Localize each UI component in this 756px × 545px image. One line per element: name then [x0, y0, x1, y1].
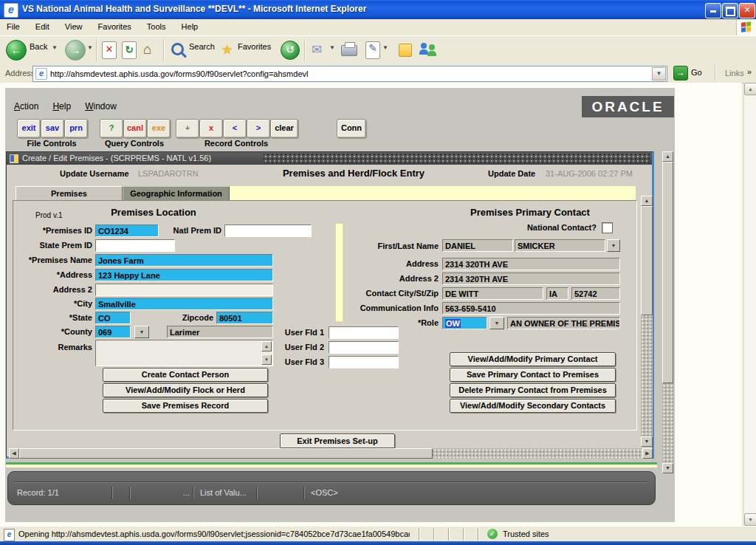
conn-button[interactable]: Conn [337, 119, 366, 138]
menu-favorites[interactable]: Favorites [92, 19, 138, 35]
back-icon[interactable]: ← [6, 40, 27, 61]
print-form-button[interactable]: prn [64, 119, 88, 138]
search-label[interactable]: Search [189, 36, 215, 51]
back-label[interactable]: Back [30, 36, 47, 51]
exit-premises-setup-button[interactable]: Exit Premises Set-up [280, 433, 395, 448]
view-add-modify-primary-contact-button[interactable]: View/Add/Modify Primary Contact [450, 352, 616, 366]
applet-vscroll-up-icon[interactable]: ▲ [662, 151, 673, 162]
form-vscrollbar-thumb[interactable] [641, 206, 653, 315]
edit-dropdown-icon[interactable]: ▼ [382, 36, 388, 51]
form-hscroll-left-icon[interactable]: ◀ [9, 448, 19, 459]
page-scroll-up-icon[interactable]: ▲ [744, 83, 756, 95]
menu-tools[interactable]: Tools [140, 19, 173, 35]
stop-icon[interactable]: ✕ [102, 41, 117, 59]
user-fld-3-field[interactable] [329, 356, 399, 369]
remarks-textarea[interactable]: ▲ ▼ [95, 340, 273, 366]
address2-field[interactable] [95, 284, 273, 296]
exit-button[interactable]: exit [17, 119, 41, 138]
county-code-field[interactable]: 069 [95, 326, 131, 338]
role-dropdown-icon[interactable]: ▼ [489, 317, 504, 329]
query-execute-button[interactable]: exe [147, 119, 171, 138]
minimize-button[interactable] [705, 3, 721, 18]
close-button[interactable]: ✕ [739, 3, 755, 18]
mail-icon[interactable]: ✉ [312, 42, 322, 58]
state-prem-id-field[interactable] [95, 239, 175, 252]
search-icon[interactable] [171, 43, 184, 55]
contact-city-field[interactable]: DE WITT [442, 287, 543, 300]
applet-menu-window[interactable]: Window [85, 101, 117, 112]
save-button[interactable]: sav [41, 119, 64, 138]
applet-vscroll-down-icon[interactable]: ▼ [662, 463, 673, 473]
user-fld-2-field[interactable] [329, 341, 399, 354]
favorites-label[interactable]: Favorites [238, 36, 271, 51]
view-add-modify-secondary-contacts-button[interactable]: View/Add/Modify Secondary Contacts [450, 399, 616, 413]
query-help-button[interactable]: ? [100, 119, 123, 138]
city-field[interactable]: Smallville [95, 298, 273, 310]
tab-premises[interactable]: Premises [16, 186, 123, 201]
county-dropdown-icon[interactable]: ▼ [134, 326, 149, 338]
communication-info-field[interactable]: 563-659-5410 [442, 302, 620, 315]
print-icon[interactable] [341, 45, 357, 56]
state-field[interactable]: CO [95, 312, 131, 324]
links-label[interactable]: Links [725, 69, 744, 78]
user-fld-1-field[interactable] [329, 326, 399, 339]
links-chevron-icon[interactable]: » [747, 67, 752, 76]
address-url[interactable]: http://ahsmdevtest.aphis.usda.gov/forms9… [50, 69, 308, 78]
form-vscroll-down-icon[interactable]: ▼ [641, 436, 653, 447]
contact-state-field[interactable]: IA [546, 287, 568, 300]
menu-help[interactable]: Help [175, 19, 205, 35]
menu-view[interactable]: View [58, 19, 89, 35]
role-code-field[interactable]: OW [442, 317, 487, 329]
name-dropdown-icon[interactable]: ▼ [607, 239, 620, 252]
natl-prem-id-field[interactable] [224, 224, 312, 237]
page-scroll-down-icon[interactable]: ▼ [744, 513, 756, 526]
view-add-modify-flock-button[interactable]: View/Add/Modify Flock or Herd [103, 383, 268, 397]
forward-icon[interactable]: → [65, 40, 86, 61]
record-clear-button[interactable]: clear [270, 119, 298, 138]
menu-edit[interactable]: Edit [29, 19, 56, 35]
save-premises-record-button[interactable]: Save Premises Record [103, 399, 268, 413]
national-contact-checkbox[interactable] [602, 222, 613, 233]
go-button[interactable]: → Go [673, 66, 707, 80]
form-vscroll-up-icon[interactable]: ▲ [641, 196, 653, 206]
tab-geographic-information[interactable]: Geographic Information [123, 186, 230, 201]
notes-icon[interactable] [399, 44, 412, 57]
forward-dropdown-icon[interactable]: ▼ [87, 36, 93, 51]
zipcode-field[interactable]: 80501 [216, 312, 273, 324]
first-name-field[interactable]: DANIEL [442, 239, 513, 252]
form-hscroll-right-icon[interactable]: ▶ [642, 448, 653, 459]
contact-address-field[interactable]: 2314 320TH AVE [442, 258, 620, 270]
messenger-icon[interactable] [419, 42, 439, 58]
edit-icon[interactable]: ✎ [365, 41, 380, 59]
query-cancel-button[interactable]: canl [123, 119, 147, 138]
create-contact-person-button[interactable]: Create Contact Person [103, 368, 268, 382]
restore-button[interactable] [722, 3, 738, 18]
address-dropdown-icon[interactable]: ▼ [652, 67, 666, 80]
favorites-icon[interactable]: ★ [221, 42, 233, 58]
page-scrollbar[interactable]: ▲ ▼ [743, 83, 756, 526]
form-hscrollbar-thumb[interactable] [19, 448, 433, 459]
record-previous-button[interactable]: < [223, 119, 247, 138]
national-contact-label: National Contact? [486, 223, 597, 232]
menu-file[interactable]: File [0, 19, 27, 35]
delete-primary-contact-button[interactable]: Delete Primary Contact from Premises [450, 383, 616, 397]
address-input[interactable]: e http://ahsmdevtest.aphis.usda.gov/form… [32, 66, 667, 82]
back-dropdown-icon[interactable]: ▼ [52, 36, 58, 51]
applet-menu-action[interactable]: Action [14, 101, 38, 112]
mail-dropdown-icon[interactable]: ▼ [329, 36, 335, 51]
contact-address2-field[interactable]: 2314 320TH AVE [442, 272, 620, 285]
history-icon[interactable]: ↺ [281, 41, 300, 60]
home-icon[interactable]: ⌂ [143, 41, 151, 58]
applet-vscrollbar-thumb[interactable] [662, 162, 673, 383]
refresh-icon[interactable]: ↻ [122, 41, 137, 59]
record-delete-button[interactable]: x [199, 119, 223, 138]
contact-city-st-zip-label: Contact City/St/Zip [309, 289, 439, 298]
record-next-button[interactable]: > [247, 119, 270, 138]
applet-menu-help[interactable]: Help [52, 101, 71, 112]
save-primary-contact-button[interactable]: Save Primary Contact to Premises [450, 368, 616, 382]
address-field[interactable]: 123 Happy Lane [95, 269, 273, 281]
premises-name-field[interactable]: Jones Farm [95, 254, 273, 267]
last-name-field[interactable]: SMICKER [515, 239, 605, 252]
record-add-button[interactable]: + [176, 119, 199, 138]
contact-zip-field[interactable]: 52742 [571, 287, 620, 300]
